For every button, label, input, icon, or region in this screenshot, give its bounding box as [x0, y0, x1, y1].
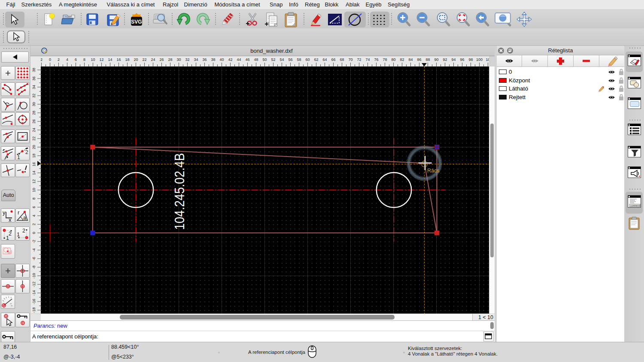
svg-text:64: 64 — [322, 57, 327, 62]
svg-text:-8: -8 — [32, 265, 36, 269]
svg-text:2: 2 — [41, 57, 43, 62]
svg-text:28: 28 — [32, 111, 36, 115]
svg-text:6: 6 — [75, 57, 77, 62]
svg-text:24: 24 — [151, 57, 155, 62]
svg-text:48: 48 — [254, 57, 258, 62]
svg-text:24: 24 — [32, 128, 36, 132]
svg-text:16: 16 — [116, 57, 121, 62]
svg-text:22: 22 — [32, 136, 36, 141]
svg-text:92: 92 — [443, 57, 447, 62]
svg-text:command: command — [630, 204, 640, 207]
svg-text:32: 32 — [32, 94, 36, 98]
svg-text:1: 1 — [17, 232, 20, 238]
svg-text:28: 28 — [168, 57, 172, 62]
svg-text:80: 80 — [391, 57, 395, 62]
svg-text:-6: -6 — [32, 257, 36, 260]
svg-text:70: 70 — [348, 57, 352, 62]
svg-text:20: 20 — [32, 145, 36, 149]
svg-text:12: 12 — [99, 57, 103, 62]
svg-text:x: x — [9, 217, 12, 222]
svg-text:6: 6 — [32, 206, 36, 208]
svg-text:0: 0 — [49, 57, 51, 62]
svg-text:10: 10 — [32, 188, 36, 192]
svg-text:14: 14 — [108, 57, 112, 62]
svg-text:20: 20 — [134, 57, 138, 62]
svg-text:52: 52 — [271, 57, 275, 62]
svg-text:100: 100 — [476, 57, 483, 62]
svg-text:38: 38 — [211, 57, 215, 62]
svg-text:10: 10 — [91, 57, 95, 62]
svg-text:30: 30 — [176, 57, 181, 62]
svg-text:36: 36 — [202, 57, 207, 62]
svg-text:-2: -2 — [32, 240, 36, 243]
svg-text:2: 2 — [9, 231, 12, 237]
svg-text:26: 26 — [32, 119, 36, 124]
svg-text:14: 14 — [32, 171, 36, 175]
svg-text:56: 56 — [288, 57, 292, 62]
svg-text:16: 16 — [32, 162, 36, 166]
svg-text:18: 18 — [125, 57, 129, 62]
svg-text:-14: -14 — [32, 290, 36, 296]
svg-text:90: 90 — [434, 57, 438, 62]
svg-text:60: 60 — [305, 57, 310, 62]
svg-text:84: 84 — [408, 57, 413, 62]
svg-text:54: 54 — [279, 57, 284, 62]
svg-text:66: 66 — [331, 57, 335, 62]
svg-text:r: r — [18, 209, 20, 216]
svg-text:46: 46 — [245, 57, 249, 62]
svg-text:0: 0 — [32, 232, 36, 234]
svg-text:32: 32 — [185, 57, 189, 62]
svg-text:-18: -18 — [32, 307, 36, 313]
svg-text:104.245.02.4B: 104.245.02.4B — [172, 153, 187, 230]
svg-text:a: a — [23, 215, 26, 221]
svg-text:98: 98 — [468, 57, 473, 62]
svg-text:-10: -10 — [32, 273, 36, 278]
svg-text:74: 74 — [365, 57, 370, 62]
svg-text:2: 2 — [25, 149, 28, 155]
svg-text:18: 18 — [32, 154, 36, 158]
svg-text:68: 68 — [340, 57, 344, 62]
svg-text:Rács: Rács — [427, 168, 439, 174]
svg-text:78: 78 — [383, 57, 387, 62]
svg-text:-12: -12 — [32, 281, 36, 287]
svg-text:26: 26 — [159, 57, 164, 62]
svg-text:76: 76 — [374, 57, 378, 62]
svg-text:96: 96 — [460, 57, 464, 62]
svg-text:8: 8 — [83, 57, 85, 62]
svg-text:2: 2 — [58, 57, 60, 62]
svg-text:44: 44 — [237, 57, 241, 62]
svg-text:88: 88 — [425, 57, 430, 62]
svg-text:2: 2 — [22, 228, 25, 234]
svg-text:4: 4 — [66, 57, 68, 62]
svg-text:30: 30 — [32, 102, 36, 106]
svg-text:1: 1 — [17, 154, 20, 160]
svg-text:36: 36 — [32, 76, 36, 81]
svg-text:y: y — [3, 209, 6, 216]
svg-text:58: 58 — [297, 57, 301, 62]
svg-text:34: 34 — [32, 85, 36, 89]
svg-text:38: 38 — [32, 68, 36, 72]
svg-text:50: 50 — [262, 57, 267, 62]
svg-text:42: 42 — [228, 57, 232, 62]
svg-text:86: 86 — [417, 57, 421, 62]
svg-text:62: 62 — [314, 57, 318, 62]
svg-text:SVG: SVG — [131, 19, 142, 25]
svg-text:8: 8 — [32, 197, 36, 199]
svg-text:34: 34 — [194, 57, 198, 62]
svg-text:22: 22 — [142, 57, 146, 62]
svg-text:40: 40 — [219, 57, 224, 62]
svg-text:-4: -4 — [32, 248, 36, 252]
svg-text:12: 12 — [32, 179, 36, 184]
svg-text:72: 72 — [357, 57, 361, 62]
svg-text:4: 4 — [32, 214, 36, 217]
svg-text:2: 2 — [32, 223, 36, 225]
svg-text:82: 82 — [400, 57, 404, 62]
svg-text:10: 10 — [486, 57, 489, 62]
svg-text:94: 94 — [451, 57, 456, 62]
svg-text:-16: -16 — [32, 299, 36, 304]
